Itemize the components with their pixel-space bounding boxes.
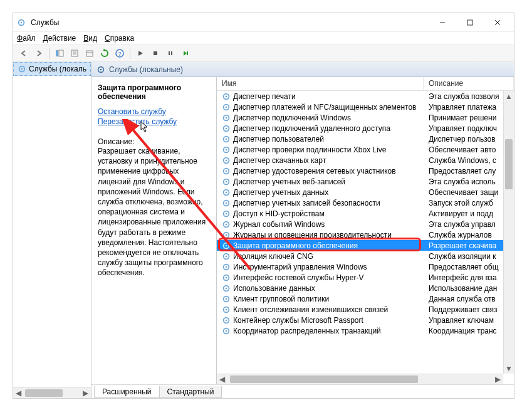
service-row[interactable]: Использование данныхИспользование дан [217, 283, 514, 293]
svg-point-54 [226, 255, 227, 257]
service-name: Диспетчер подключений Windows [233, 113, 351, 122]
svg-point-68 [226, 330, 227, 332]
service-desc: Обеспечивает защи [424, 188, 514, 197]
service-name: Диспетчер учетных данных [233, 188, 328, 197]
svg-point-20 [21, 68, 23, 70]
stop-button[interactable] [149, 46, 162, 60]
service-row[interactable]: Журнал событий WindowsЭта служба управл [217, 219, 514, 229]
services-list: Имя Описание Диспетчер печатиЭта служба … [217, 77, 514, 384]
maximize-button[interactable] [456, 14, 484, 31]
col-header-desc[interactable]: Описание [424, 77, 514, 90]
svg-point-26 [226, 106, 227, 108]
properties-button[interactable] [68, 46, 81, 60]
menu-action[interactable]: Действие [43, 34, 76, 43]
svg-point-56 [226, 266, 227, 268]
svg-rect-11 [86, 51, 93, 56]
service-desc: Запуск этой служб [424, 199, 514, 207]
show-hide-tree-button[interactable] [53, 46, 66, 60]
service-desc: Предоставляет общ [424, 263, 514, 271]
minimize-button[interactable] [429, 14, 456, 31]
close-button[interactable] [484, 14, 511, 31]
svg-rect-15 [154, 51, 157, 55]
restart-service-link[interactable]: Перезапустить службу [98, 117, 210, 126]
tree-hscrollbar[interactable]: ◀▶ [13, 387, 91, 398]
svg-point-30 [226, 127, 227, 129]
service-row[interactable]: Клиент отслеживания изменившихся связейП… [217, 304, 514, 315]
service-row[interactable]: Журналы и оповещения производительностиС… [217, 229, 514, 240]
service-row[interactable]: Диспетчер учетных веб-записейЭта служба … [217, 176, 514, 187]
window-title: Службы [31, 18, 429, 27]
stop-service-link[interactable]: Остановить службу [98, 107, 210, 116]
service-row[interactable]: Диспетчер подключений WindowsПринимает р… [217, 112, 514, 123]
pause-button[interactable] [164, 46, 177, 60]
svg-rect-3 [467, 20, 472, 25]
svg-point-38 [226, 170, 227, 172]
service-row[interactable]: Координатор распределенных транзакцийКоо… [217, 325, 514, 336]
service-row[interactable]: Диспетчер скачанных картСлужба Windows, … [217, 155, 514, 165]
service-row[interactable]: Клиент групповой политикиДанная служба о… [217, 293, 514, 304]
service-desc: Принимает решени [424, 113, 514, 122]
list-hscrollbar[interactable]: ◀▶ [217, 374, 503, 384]
menu-file[interactable]: Файл [17, 34, 36, 43]
service-row[interactable]: Диспетчер подключений удаленного доступа… [217, 123, 514, 134]
service-row[interactable]: Инструментарий управления WindowsПредост… [217, 261, 514, 272]
service-row[interactable]: Диспетчер учетных данныхОбеспечивает защ… [217, 187, 514, 197]
bottom-tabs: Расширенный Стандартный [91, 384, 514, 398]
service-desc: Управляет подключ [424, 124, 514, 133]
service-name: Диспетчер учетных веб-записей [233, 177, 345, 186]
service-desc: Координация транс [424, 327, 514, 335]
svg-point-66 [226, 319, 227, 321]
service-row[interactable]: Защита программного обеспеченияРазрешает… [217, 240, 514, 251]
service-desc: Использование дан [424, 284, 514, 293]
service-desc: Управляет платежа [424, 103, 514, 112]
service-desc: Эта служба позволя [424, 92, 514, 101]
service-row[interactable]: Диспетчер печатиЭта служба позволя [217, 91, 514, 102]
service-row[interactable]: Интерфейс гостевой службы Hyper-VИнтерфе… [217, 272, 514, 283]
col-header-name[interactable]: Имя [217, 77, 424, 90]
export-button[interactable] [83, 46, 97, 60]
service-desc: Предоставляет слу [424, 167, 514, 176]
service-name: Диспетчер пользователей [233, 135, 324, 144]
menubar: Файл Действие Вид Справка [13, 32, 514, 45]
tab-standard[interactable]: Стандартный [159, 386, 222, 398]
service-name: Диспетчер платежей и NFC/защищенных элем… [233, 103, 417, 112]
service-name: Контейнер службы Microsoft Passport [233, 316, 363, 325]
forward-button[interactable] [32, 46, 46, 60]
service-name: Защита программного обеспечения [233, 241, 358, 250]
service-desc: Обеспечивает авто [424, 145, 514, 154]
service-name: Журнал событий Windows [233, 220, 325, 229]
svg-point-50 [226, 234, 227, 236]
service-name: Журналы и оповещения производительности [233, 231, 392, 239]
service-name: Интерфейс гостевой службы Hyper-V [233, 273, 363, 282]
menu-help[interactable]: Справка [105, 34, 134, 43]
toolbar: ? [13, 45, 514, 62]
play-button[interactable] [133, 46, 147, 60]
service-row[interactable]: Изоляция ключей CNGСлужба изоляции к [217, 251, 514, 261]
service-name: Координатор распределенных транзакций [233, 327, 381, 335]
back-button[interactable] [17, 46, 31, 60]
menu-view[interactable]: Вид [83, 34, 97, 43]
service-row[interactable]: Диспетчер учетных записей безопасностиЗа… [217, 197, 514, 208]
help-button[interactable]: ? [113, 46, 127, 60]
svg-point-60 [226, 287, 227, 289]
service-name: Клиент групповой политики [233, 295, 329, 303]
svg-point-42 [226, 191, 227, 193]
svg-point-40 [226, 181, 227, 182]
service-row[interactable]: Диспетчер платежей и NFC/защищенных элем… [217, 102, 514, 112]
service-row[interactable]: Доступ к HID-устройствамАктивирует и под… [217, 208, 514, 219]
detail-pane: Защита программного обеспечения Останови… [91, 77, 217, 384]
service-row[interactable]: Диспетчер удостоверения сетевых участник… [217, 165, 514, 176]
service-desc: Диспетчер пользов [424, 135, 514, 144]
service-desc: Служба Windows, с [424, 156, 514, 165]
service-row[interactable]: Диспетчер проверки подлинности Xbox Live… [217, 144, 514, 155]
service-row[interactable]: Диспетчер пользователейДиспетчер пользов [217, 134, 514, 144]
tab-extended[interactable]: Расширенный [94, 386, 160, 398]
svg-point-22 [100, 68, 102, 70]
svg-point-62 [226, 298, 227, 300]
restart-button[interactable] [179, 46, 192, 60]
list-vscrollbar[interactable]: ▲▼ [503, 91, 514, 374]
service-row[interactable]: Контейнер службы Microsoft PassportУправ… [217, 315, 514, 325]
refresh-button[interactable] [98, 46, 112, 60]
svg-point-28 [226, 117, 227, 118]
tree-root[interactable]: Службы (локальные) [13, 62, 91, 76]
